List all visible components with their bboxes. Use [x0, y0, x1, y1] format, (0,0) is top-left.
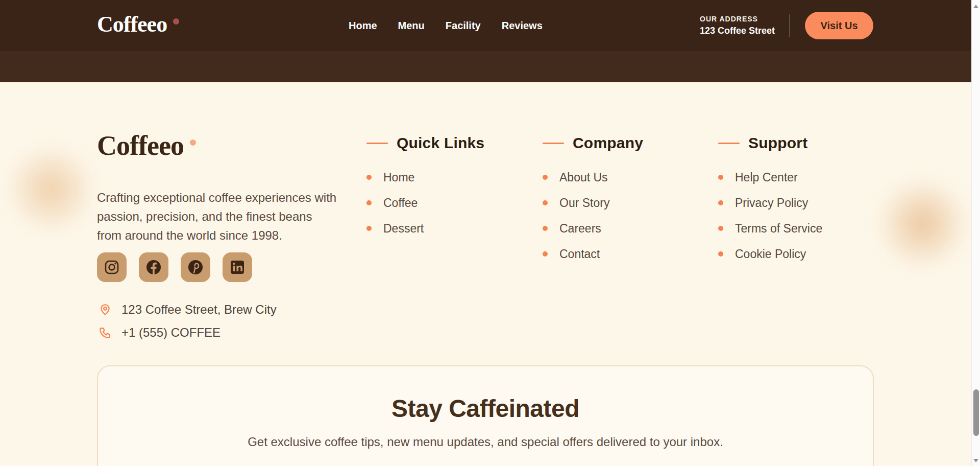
decorative-blob-right: [875, 176, 970, 271]
bullet-icon: [366, 200, 372, 205]
header-logo[interactable]: Coffeeo: [97, 12, 179, 37]
scroll-down-arrow-icon[interactable]: [973, 459, 978, 462]
visit-us-button[interactable]: Visit Us: [805, 12, 873, 39]
bullet-icon: [366, 226, 372, 231]
footer-column-quick-links: Quick Links Home Coffee Dessert: [366, 133, 484, 241]
footer-logo-text: Coffeeo: [97, 130, 184, 161]
footer-logo: Coffeeo: [97, 131, 196, 160]
column-link-list: Help Center Privacy Policy Terms of Serv…: [718, 165, 822, 267]
phone-icon: [99, 326, 112, 339]
hero-bottom-band: [0, 51, 971, 82]
column-link-list: About Us Our Story Careers Contact: [543, 165, 643, 267]
scroll-up-arrow-icon[interactable]: [973, 5, 978, 8]
logo-dot-icon: [190, 139, 196, 146]
bullet-icon: [718, 200, 723, 205]
pinterest-icon: [187, 259, 204, 275]
newsletter-title: Stay Caffeinated: [98, 394, 873, 423]
facebook-button[interactable]: [139, 252, 168, 282]
column-heading: Support: [718, 133, 822, 153]
footer-link-help-center[interactable]: Help Center: [718, 165, 822, 190]
footer-link-dessert[interactable]: Dessert: [366, 216, 484, 241]
footer-address-row: 123 Coffee Street, Brew City: [99, 302, 277, 317]
newsletter-card: Stay Caffeinated Get exclusive coffee ti…: [97, 365, 874, 466]
bullet-icon: [543, 226, 548, 231]
column-heading: Quick Links: [366, 133, 484, 153]
column-title: Quick Links: [397, 134, 484, 152]
footer-link-terms-of-service[interactable]: Terms of Service: [718, 216, 822, 241]
social-links-row: [97, 252, 252, 282]
heading-dash-icon: [718, 143, 740, 144]
header-bar: Coffeeo Home Menu Facility Reviews OUR A…: [0, 0, 971, 51]
map-pin-icon: [99, 303, 112, 316]
column-title: Support: [748, 134, 807, 152]
footer-link-careers[interactable]: Careers: [543, 216, 643, 241]
nav-link-home[interactable]: Home: [349, 20, 377, 32]
decorative-blob-left: [5, 143, 97, 235]
newsletter-subtitle: Get exclusive coffee tips, new menu upda…: [98, 435, 873, 449]
main-nav: Home Menu Facility Reviews: [349, 0, 543, 51]
footer-link-contact[interactable]: Contact: [543, 241, 643, 267]
instagram-button[interactable]: [97, 252, 127, 282]
nav-link-reviews[interactable]: Reviews: [502, 20, 543, 32]
nav-link-menu[interactable]: Menu: [398, 20, 425, 32]
bullet-icon: [718, 251, 723, 257]
heading-dash-icon: [366, 143, 388, 144]
nav-link-facility[interactable]: Facility: [446, 20, 481, 32]
footer-column-support: Support Help Center Privacy Policy Terms…: [718, 133, 822, 267]
bullet-icon: [718, 226, 723, 231]
pinterest-button[interactable]: [181, 252, 210, 282]
header-address-label: OUR ADDRESS: [700, 15, 775, 23]
footer-address-text: 123 Coffee Street, Brew City: [121, 302, 277, 317]
scrollbar[interactable]: [971, 0, 980, 466]
bullet-icon: [543, 200, 548, 205]
instagram-icon: [104, 260, 119, 275]
footer-column-company: Company About Us Our Story Careers Conta…: [543, 133, 643, 267]
linkedin-icon: [230, 260, 245, 275]
footer-link-about-us[interactable]: About Us: [543, 165, 643, 190]
logo-dot-icon: [173, 18, 179, 25]
footer-link-cookie-policy[interactable]: Cookie Policy: [718, 241, 822, 267]
column-heading: Company: [543, 133, 643, 153]
bullet-icon: [718, 175, 723, 180]
bullet-icon: [543, 251, 548, 257]
footer-phone-row: +1 (555) COFFEE: [99, 325, 220, 340]
column-link-list: Home Coffee Dessert: [366, 165, 484, 241]
heading-dash-icon: [543, 143, 564, 144]
header-address-block: OUR ADDRESS 123 Coffee Street: [700, 15, 775, 36]
column-title: Company: [573, 134, 643, 152]
bullet-icon: [366, 175, 372, 180]
header-divider: [789, 14, 790, 37]
footer-link-home[interactable]: Home: [366, 165, 484, 190]
header-address-value: 123 Coffee Street: [700, 26, 775, 36]
linkedin-button[interactable]: [223, 252, 252, 282]
footer-link-privacy-policy[interactable]: Privacy Policy: [718, 190, 822, 216]
scrollbar-thumb[interactable]: [973, 389, 979, 436]
footer-link-coffee[interactable]: Coffee: [366, 190, 484, 216]
header-logo-text: Coffeeo: [97, 12, 167, 37]
page: Coffeeo Home Menu Facility Reviews OUR A…: [0, 0, 980, 466]
facebook-icon: [145, 259, 162, 275]
footer-link-our-story[interactable]: Our Story: [543, 190, 643, 216]
footer-phone-text: +1 (555) COFFEE: [121, 325, 220, 340]
footer-description: Crafting exceptional coffee experiences …: [97, 188, 337, 245]
bullet-icon: [543, 175, 548, 180]
